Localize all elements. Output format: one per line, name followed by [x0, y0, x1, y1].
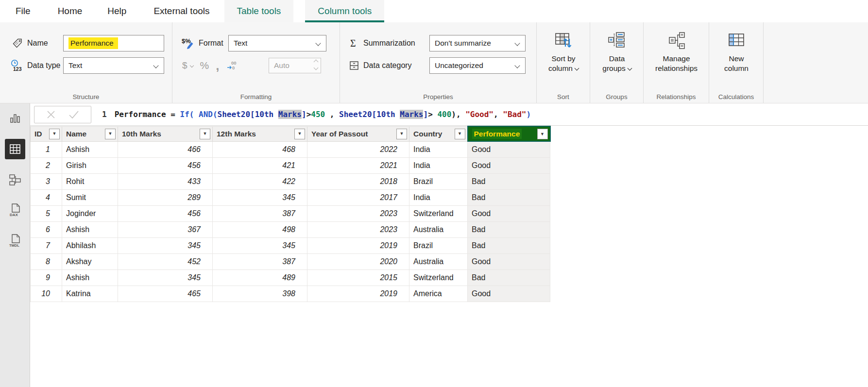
report-view-button[interactable] [5, 108, 25, 129]
cell-performance[interactable]: Good [468, 253, 550, 269]
cell-12th-marks[interactable]: 422 [213, 173, 307, 189]
cell-id[interactable]: 1 [31, 141, 62, 157]
data-category-select[interactable]: Uncategorized [429, 57, 526, 74]
column-header-name[interactable]: Name▼ [62, 126, 118, 141]
cell-name[interactable]: Abhilash [62, 237, 118, 253]
cell-year-of-passout[interactable]: 2019 [307, 286, 409, 302]
sort-by-column-button[interactable]: Sort by column [537, 28, 590, 91]
cell-name[interactable]: Katrina [62, 286, 118, 302]
cell-year-of-passout[interactable]: 2019 [307, 237, 409, 253]
cell-performance[interactable]: Bad [468, 221, 550, 237]
filter-dropdown-button[interactable]: ▼ [49, 129, 60, 139]
cell-id[interactable]: 8 [31, 253, 62, 269]
cell-10th-marks[interactable]: 289 [118, 189, 213, 205]
cell-12th-marks[interactable]: 398 [213, 286, 307, 302]
cell-year-of-passout[interactable]: 2018 [307, 173, 409, 189]
data-type-select[interactable]: Text [63, 57, 164, 74]
cell-country[interactable]: Australia [409, 253, 468, 269]
cell-id[interactable]: 9 [31, 269, 62, 286]
cell-year-of-passout[interactable]: 2021 [307, 157, 409, 173]
cell-10th-marks[interactable]: 433 [118, 173, 213, 189]
cell-id[interactable]: 6 [31, 221, 62, 237]
cell-id[interactable]: 3 [31, 173, 62, 189]
cell-name[interactable]: Ashish [62, 269, 118, 286]
cell-12th-marks[interactable]: 421 [213, 157, 307, 173]
cell-country[interactable]: America [409, 286, 468, 302]
manage-relationships-button[interactable]: Manage relationships [644, 28, 709, 91]
column-header-performance[interactable]: Performance▼ [468, 126, 550, 141]
dax-query-view-button[interactable]: DAX [5, 200, 25, 220]
filter-dropdown-button[interactable]: ▼ [105, 129, 116, 139]
cell-12th-marks[interactable]: 468 [213, 141, 307, 157]
cell-performance[interactable]: Bad [468, 189, 550, 205]
column-header-id[interactable]: ID▼ [31, 126, 62, 141]
cell-12th-marks[interactable]: 387 [213, 253, 307, 269]
column-name-input[interactable]: Performance [63, 35, 164, 51]
cell-name[interactable]: Joginder [62, 205, 118, 221]
summarization-select[interactable]: Don't summarize [429, 35, 526, 51]
tab-table-tools[interactable]: Table tools [224, 0, 294, 22]
cell-performance[interactable]: Good [468, 141, 550, 157]
cell-10th-marks[interactable]: 452 [118, 253, 213, 269]
cell-id[interactable]: 7 [31, 237, 62, 253]
cell-year-of-passout[interactable]: 2020 [307, 253, 409, 269]
filter-dropdown-button[interactable]: ▼ [396, 129, 407, 139]
format-select[interactable]: Text [228, 35, 326, 51]
stepper-arrows[interactable] [314, 60, 318, 69]
data-view-button[interactable] [5, 139, 25, 159]
cell-year-of-passout[interactable]: 2023 [307, 205, 409, 221]
cell-name[interactable]: Akshay [62, 253, 118, 269]
tmdl-view-button[interactable]: TMDL [5, 231, 25, 251]
new-column-button[interactable]: New column [709, 28, 764, 91]
cell-10th-marks[interactable]: 465 [118, 286, 213, 302]
cell-10th-marks[interactable]: 466 [118, 141, 213, 157]
data-groups-button[interactable]: Data groups [590, 28, 644, 91]
cell-performance[interactable]: Good [468, 205, 550, 221]
column-header-year-of-passout[interactable]: Year of Passout▼ [307, 126, 409, 141]
cell-name[interactable]: Sumit [62, 189, 118, 205]
cell-country[interactable]: India [409, 189, 468, 205]
cell-country[interactable]: Switzerland [409, 269, 468, 286]
decimal-places-input[interactable]: Auto [269, 58, 321, 73]
cell-country[interactable]: India [409, 157, 468, 173]
cell-performance[interactable]: Bad [468, 237, 550, 253]
cell-name[interactable]: Rohit [62, 173, 118, 189]
cell-id[interactable]: 4 [31, 189, 62, 205]
menu-external-tools[interactable]: External tools [152, 0, 211, 22]
tab-column-tools[interactable]: Column tools [305, 0, 384, 22]
cell-id[interactable]: 2 [31, 157, 62, 173]
cell-10th-marks[interactable]: 367 [118, 221, 213, 237]
model-view-button[interactable] [5, 169, 25, 190]
cell-id[interactable]: 10 [31, 286, 62, 302]
cell-performance[interactable]: Good [468, 286, 550, 302]
thousands-separator-icon[interactable]: , [216, 58, 219, 73]
cell-performance[interactable]: Bad [468, 173, 550, 189]
menu-file[interactable]: File [14, 0, 33, 22]
cell-country[interactable]: Brazil [409, 173, 468, 189]
cell-10th-marks[interactable]: 456 [118, 205, 213, 221]
currency-format-icon[interactable]: $ [182, 60, 193, 71]
cell-country[interactable]: Australia [409, 221, 468, 237]
cell-10th-marks[interactable]: 345 [118, 237, 213, 253]
percent-format-icon[interactable]: % [200, 60, 209, 71]
filter-dropdown-button[interactable]: ▼ [294, 129, 305, 139]
filter-dropdown-button[interactable]: ▼ [455, 129, 465, 139]
cell-name[interactable]: Ashish [62, 141, 118, 157]
column-header-10th-marks[interactable]: 10th Marks▼ [118, 126, 213, 141]
cell-year-of-passout[interactable]: 2023 [307, 221, 409, 237]
filter-dropdown-button[interactable]: ▼ [200, 129, 210, 139]
column-header-12th-marks[interactable]: 12th Marks▼ [213, 126, 307, 141]
formula-input[interactable]: 1 Performance = If( AND(Sheet20[10th Mar… [102, 110, 531, 119]
cell-12th-marks[interactable]: 387 [213, 205, 307, 221]
cell-id[interactable]: 5 [31, 205, 62, 221]
cell-10th-marks[interactable]: 345 [118, 269, 213, 286]
filter-dropdown-button[interactable]: ▼ [537, 129, 548, 139]
menu-help[interactable]: Help [105, 0, 128, 22]
cell-year-of-passout[interactable]: 2022 [307, 141, 409, 157]
cell-country[interactable]: India [409, 141, 468, 157]
cell-year-of-passout[interactable]: 2017 [307, 189, 409, 205]
cancel-formula-button[interactable] [46, 109, 56, 120]
cell-country[interactable]: Switzerland [409, 205, 468, 221]
cell-12th-marks[interactable]: 345 [213, 189, 307, 205]
menu-home[interactable]: Home [56, 0, 85, 22]
